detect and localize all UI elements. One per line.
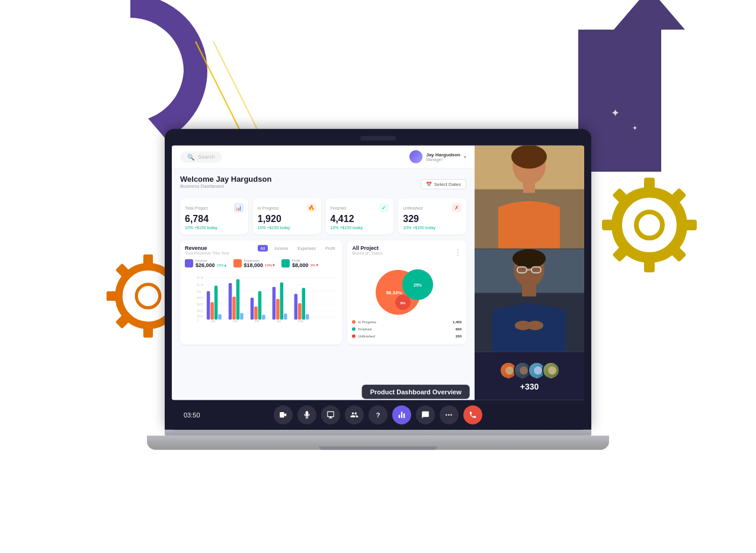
total-project-label: Total Project	[185, 205, 208, 210]
income-change: 10%▲	[217, 263, 228, 267]
svg-rect-38	[207, 291, 210, 320]
person1-svg	[475, 146, 584, 249]
video-tile-person2	[475, 249, 584, 352]
legend-inprogress-label: In Progress	[358, 320, 376, 324]
bg-lines-decoration	[160, 36, 278, 142]
svg-rect-44	[236, 279, 240, 319]
microphone-button[interactable]	[297, 406, 316, 425]
person2-svg	[475, 249, 584, 352]
chart-button[interactable]	[392, 406, 411, 425]
finished-value: 4,412	[331, 214, 389, 224]
revenue-metrics: Income $26,000 10%▲	[185, 259, 338, 268]
welcome-subtitle: Business Dashboard	[180, 184, 271, 189]
people-button[interactable]	[345, 406, 364, 425]
svg-rect-7	[644, 258, 655, 272]
allproject-title: All Project	[352, 245, 382, 251]
search-icon: 🔍	[187, 153, 194, 160]
camera-button[interactable]	[274, 406, 293, 425]
tab-all[interactable]: All	[258, 245, 268, 252]
laptop-notch	[360, 136, 396, 141]
svg-line-22	[213, 41, 261, 136]
finished-label: Finished	[331, 205, 346, 210]
unfinished-dot	[352, 335, 355, 338]
svg-point-82	[527, 321, 543, 330]
inprogress-icon: 🔥	[307, 203, 316, 213]
donut-legend: In Progress 1,400 Finished 600	[352, 320, 462, 340]
svg-rect-73	[523, 182, 535, 193]
bar-chart-svg: $1.4k $1.2k $1k $800 $600 $400 $200 0	[185, 273, 338, 325]
svg-point-87	[548, 366, 556, 375]
svg-text:Jan: Jan	[211, 320, 216, 323]
total-value: 6,784	[185, 214, 244, 224]
legend-finished-value: 600	[456, 327, 462, 331]
svg-rect-45	[240, 313, 244, 320]
svg-rect-40	[214, 286, 218, 320]
svg-text:8%: 8%	[400, 301, 405, 305]
svg-point-77	[512, 249, 546, 268]
user-name: Jay Hargudson	[426, 152, 460, 157]
chat-button[interactable]	[416, 406, 435, 425]
laptop-screen: 🔍 Search Jay Hargudson Manager ▾	[165, 129, 591, 430]
finished-dot	[352, 327, 355, 331]
person2-bg	[475, 249, 584, 352]
more-button[interactable]: •••	[440, 406, 459, 425]
svg-rect-57	[306, 314, 309, 320]
svg-text:$1k: $1k	[197, 290, 201, 293]
svg-point-84	[505, 366, 514, 375]
participant-avatar-4	[542, 362, 560, 380]
svg-rect-54	[294, 294, 298, 319]
all-project-chart: All Project Based on Status ⋮	[347, 240, 466, 345]
help-button[interactable]: ?	[369, 406, 387, 425]
svg-rect-42	[229, 283, 232, 320]
select-dates-button[interactable]: 📅 Select Dates	[421, 179, 466, 189]
person1-bg	[475, 146, 584, 249]
laptop-foot	[319, 446, 437, 450]
svg-rect-48	[258, 291, 262, 320]
svg-text:58.33%: 58.33%	[386, 290, 402, 295]
stat-card-unfinished: Unfinished ✗ 329 10% +$150 today	[398, 198, 466, 234]
chevron-down-icon: ▾	[464, 154, 466, 159]
more-icon[interactable]: ⋮	[454, 247, 462, 256]
sparkle-2: ✦	[632, 124, 638, 132]
svg-text:Feb: Feb	[233, 320, 238, 323]
tab-profit[interactable]: Profit	[322, 245, 338, 252]
svg-text:$600: $600	[197, 303, 203, 306]
expenses-value: $18,000	[244, 262, 264, 268]
finished-change: 10% +$150 today	[331, 226, 389, 230]
sparkle-1: ✦	[611, 107, 620, 120]
total-change: 10% +$150 today	[185, 226, 244, 230]
calendar-icon: 📅	[426, 181, 432, 187]
end-call-button[interactable]	[463, 406, 482, 425]
svg-rect-19	[107, 291, 118, 301]
tab-income[interactable]: Income	[271, 245, 291, 252]
unfinished-value: 329	[403, 214, 462, 224]
metric-income: Income $26,000 10%▲	[185, 259, 228, 268]
svg-rect-55	[298, 303, 302, 320]
svg-text:0: 0	[197, 319, 198, 322]
total-icon: 📊	[234, 203, 244, 213]
participant-avatars	[499, 362, 560, 380]
revenue-chart: Revenue Your Revenue This Year All Incom…	[180, 240, 342, 345]
avatar	[409, 150, 422, 163]
income-icon	[185, 259, 193, 268]
search-placeholder: Search	[198, 154, 215, 160]
expenses-change: 10%▼	[265, 263, 276, 267]
dashboard-panel: 🔍 Search Jay Hargudson Manager ▾	[172, 146, 475, 400]
unfinished-change: 10% +$150 today	[403, 226, 462, 230]
revenue-tabs: All Income Expenses Profit	[258, 245, 338, 252]
inprogress-change: 10% +$150 today	[258, 226, 316, 230]
svg-rect-56	[302, 288, 306, 320]
inprogress-value: 1,920	[258, 214, 316, 224]
dashboard-top-row: Welcome Jay Hargudson Business Dashboard…	[180, 175, 466, 194]
svg-rect-43	[232, 297, 236, 320]
svg-text:Apr: Apr	[277, 320, 281, 323]
stat-card-inprogress: In Progress 🔥 1,920 10% +$150 today	[253, 198, 321, 234]
laptop-base	[147, 436, 609, 450]
search-bar[interactable]: 🔍 Search	[180, 151, 222, 162]
svg-text:$1.4k: $1.4k	[197, 276, 204, 279]
tab-expenses[interactable]: Expenses	[294, 245, 319, 252]
screen-share-button[interactable]	[321, 406, 340, 425]
legend-unfinished-label: Unfinished	[358, 335, 374, 338]
stats-row: Total Project 📊 6,784 10% +$150 today In…	[180, 198, 466, 234]
svg-rect-52	[280, 282, 284, 320]
